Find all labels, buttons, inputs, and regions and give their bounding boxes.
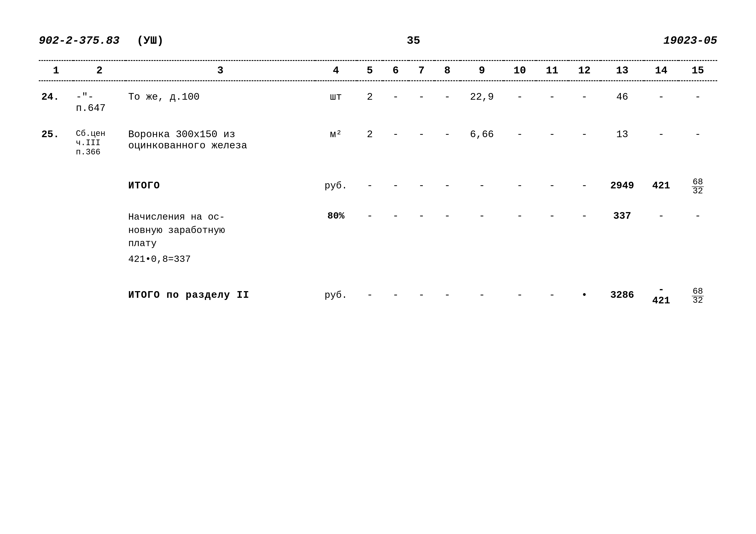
itogo-col9: - [460, 172, 504, 200]
row-25-col11: - [536, 127, 568, 159]
row-24-code: -"-п.647 [73, 89, 126, 116]
itogo2-fraction: 68 32 [692, 287, 704, 305]
row-25-col8: - [434, 127, 460, 159]
itogo2-empty2 [73, 280, 126, 311]
table-row: 24. -"-п.647 То же, д.100 шт 2 - - - 22,… [39, 89, 717, 116]
row-24-col15: - [678, 89, 717, 116]
itogo-section-row: ИТОГО по разделу II руб. - - - - - - - •… [39, 280, 717, 311]
itogo-row: ИТОГО руб. - - - - - - - - 2949 421 68 3… [39, 172, 717, 200]
row-25-code: Сб.ценч.IIIп.366 [73, 127, 126, 159]
header: 902-2-375.83 (УШ) 35 19023-05 [39, 35, 717, 47]
nachs-unit: 80% [315, 208, 357, 267]
row-25-col10: - [504, 127, 536, 159]
col-header-7: 7 [409, 61, 434, 81]
col-header-15: 15 [678, 61, 717, 81]
row-24-unit: шт [315, 89, 357, 116]
col-header-12: 12 [568, 61, 601, 81]
itogo-col13: 2949 [601, 172, 644, 200]
row-25-num: 25. [39, 127, 73, 159]
itogo2-col15: 68 32 [678, 280, 717, 311]
itogo2-col13: 3286 [601, 280, 644, 311]
main-table: 1 2 3 4 5 6 7 8 9 10 11 12 13 14 15 [39, 60, 717, 311]
itogo-col11: - [536, 172, 568, 200]
row-24-col7: - [409, 89, 434, 116]
itogo2-col7: - [409, 280, 434, 311]
itogo-col7: - [409, 172, 434, 200]
row-24-col8: - [434, 89, 460, 116]
row-24-col5: 2 [357, 89, 383, 116]
itogo2-unit: руб. [315, 280, 357, 311]
row-24-col10: - [504, 89, 536, 116]
row-24-col9: 22,9 [460, 89, 504, 116]
nachs-col10: - [504, 208, 536, 267]
col-header-3: 3 [126, 61, 315, 81]
page-number: 35 [407, 35, 420, 47]
itogo-col5: - [357, 172, 383, 200]
itogo2-empty1 [39, 280, 73, 311]
column-header-row: 1 2 3 4 5 6 7 8 9 10 11 12 13 14 15 [39, 61, 717, 81]
col-header-5: 5 [357, 61, 383, 81]
nachs-col11: - [536, 208, 568, 267]
header-left: 902-2-375.83 (УШ) [39, 35, 164, 47]
row-24-col11: - [536, 89, 568, 116]
itogo-col8: - [434, 172, 460, 200]
itogo2-col5: - [357, 280, 383, 311]
doc-id: 19023-05 [663, 35, 717, 47]
nachs-empty1 [39, 208, 73, 267]
itogo2-fraction-num: 68 [692, 287, 704, 296]
row-24-col14: - [644, 89, 678, 116]
col-header-10: 10 [504, 61, 536, 81]
itogo-col15: 68 32 [678, 172, 717, 200]
itogo-empty1 [39, 172, 73, 200]
row-24-col12: - [568, 89, 601, 116]
itogo2-label: ИТОГО по разделу II [126, 280, 315, 311]
col-header-9: 9 [460, 61, 504, 81]
itogo-col14: 421 [644, 172, 678, 200]
itogo2-fraction-den: 32 [692, 296, 704, 305]
itogo-unit: руб. [315, 172, 357, 200]
col-header-14: 14 [644, 61, 678, 81]
itogo2-col14: - 421 [644, 280, 678, 311]
edition: (УШ) [137, 35, 164, 47]
nachs-col8: - [434, 208, 460, 267]
itogo-col6: - [383, 172, 409, 200]
row-24-num: 24. [39, 89, 73, 116]
row-25-desc: Воронка 300х150 изоцинкованного железа [126, 127, 315, 159]
itogo-label: ИТОГО [126, 172, 315, 200]
itogo-fraction: 68 32 [692, 178, 704, 195]
row-25-col6: - [383, 127, 409, 159]
itogo2-col11: - [536, 280, 568, 311]
itogo-fraction-num: 68 [692, 178, 704, 187]
col-header-1: 1 [39, 61, 73, 81]
nachs-empty2 [73, 208, 126, 267]
row-25-col12: - [568, 127, 601, 159]
itogo2-col10: - [504, 280, 536, 311]
col-header-4: 4 [315, 61, 357, 81]
row-25-unit: м² [315, 127, 357, 159]
nachs-col6: - [383, 208, 409, 267]
row-25-col7: - [409, 127, 434, 159]
nachs-col15: - [678, 208, 717, 267]
itogo2-col12: • [568, 280, 601, 311]
page: 902-2-375.83 (УШ) 35 19023-05 1 2 3 4 5 … [0, 0, 756, 534]
itogo2-col9: - [460, 280, 504, 311]
row-24-col6: - [383, 89, 409, 116]
nachs-col7: - [409, 208, 434, 267]
itogo-col12: - [568, 172, 601, 200]
nachs-col13: 337 [601, 208, 644, 267]
itogo2-col6: - [383, 280, 409, 311]
row-24-desc: То же, д.100 [126, 89, 315, 116]
nachs-col12: - [568, 208, 601, 267]
nachs-row: Начисления на ос-новную заработнуюплату … [39, 208, 717, 267]
nachs-desc: Начисления на ос-новную заработнуюплату … [126, 208, 315, 267]
table-row: 25. Сб.ценч.IIIп.366 Воронка 300х150 изо… [39, 127, 717, 159]
nachs-label: Начисления на ос-новную заработнуюплату [128, 211, 312, 250]
row-25-col9: 6,66 [460, 127, 504, 159]
row-25-col5: 2 [357, 127, 383, 159]
col-header-2: 2 [73, 61, 126, 81]
itogo-empty2 [73, 172, 126, 200]
col-header-6: 6 [383, 61, 409, 81]
row-25-col14: - [644, 127, 678, 159]
nachs-col5: - [357, 208, 383, 267]
row-24-col13: 46 [601, 89, 644, 116]
